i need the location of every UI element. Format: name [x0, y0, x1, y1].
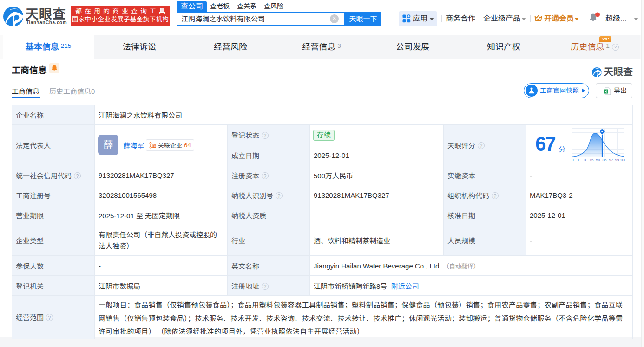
svg-text:100: 100	[620, 158, 625, 162]
svg-text:15: 15	[590, 158, 594, 162]
svg-text:97: 97	[609, 158, 613, 162]
svg-text:99: 99	[615, 158, 619, 162]
svg-text:1: 1	[578, 158, 580, 162]
svg-text:85: 85	[603, 158, 607, 162]
svg-text:3: 3	[584, 158, 586, 162]
svg-text:企: 企	[153, 144, 156, 147]
svg-text:0: 0	[572, 158, 574, 162]
svg-text:50: 50	[596, 158, 600, 162]
